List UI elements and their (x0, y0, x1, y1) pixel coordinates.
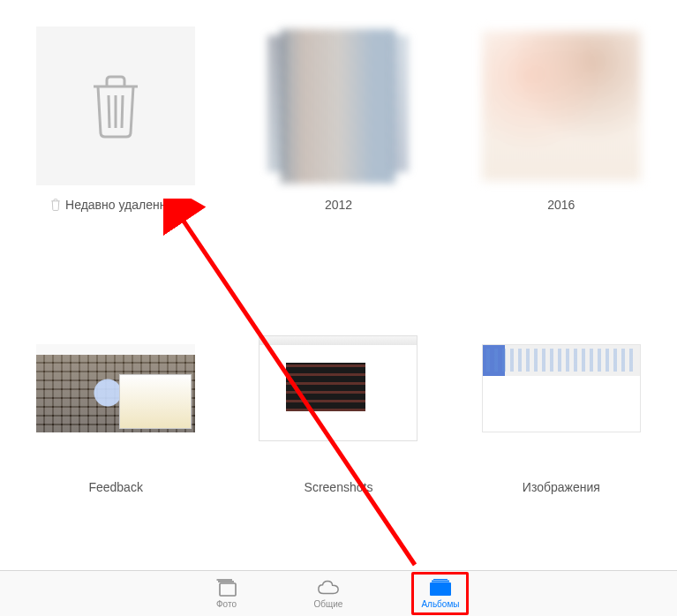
album-label: Screenshots (305, 480, 373, 494)
trash-icon (89, 73, 142, 139)
album-label-row: Недавно удаленные (49, 198, 182, 212)
tab-label: Общие (314, 599, 343, 609)
trash-icon-small (49, 199, 62, 211)
svg-rect-4 (430, 582, 451, 596)
album-2012[interactable]: 2012 (249, 26, 427, 260)
tab-label: Фото (216, 599, 237, 609)
album-thumb-2012 (259, 26, 417, 185)
albums-icon (429, 578, 452, 597)
album-thumb-feedback (36, 309, 195, 468)
svg-rect-6 (433, 579, 448, 580)
tab-shared[interactable]: Общие (307, 575, 350, 612)
album-label: Изображения (523, 480, 600, 494)
album-thumb-screenshots (259, 309, 417, 468)
album-images[interactable]: Изображения (472, 309, 651, 543)
album-2016[interactable]: 2016 (472, 26, 651, 260)
photos-stack-icon (215, 578, 238, 597)
svg-line-2 (122, 95, 123, 128)
album-label: 2012 (325, 198, 352, 212)
svg-rect-5 (432, 581, 449, 582)
svg-rect-3 (220, 583, 236, 596)
cloud-icon (317, 578, 340, 597)
album-recently-deleted[interactable]: Недавно удаленные (26, 26, 205, 260)
album-label: Feedback (88, 480, 142, 494)
album-screenshots[interactable]: Screenshots (249, 309, 427, 543)
svg-line-0 (109, 95, 109, 128)
album-thumb-trash (36, 26, 195, 185)
tab-label: Альбомы (421, 599, 459, 609)
tab-albums[interactable]: Альбомы (411, 572, 469, 615)
album-label: 2016 (547, 198, 575, 212)
albums-grid: Недавно удаленные 2012 2016 Feedback Scr… (0, 0, 677, 543)
album-thumb-2016 (482, 26, 641, 185)
album-thumb-images (482, 309, 641, 468)
album-label: Недавно удаленные (65, 198, 182, 212)
album-feedback[interactable]: Feedback (26, 309, 205, 543)
tab-bar: Фото Общие Альбомы (0, 570, 677, 616)
tab-photos[interactable]: Фото (208, 575, 245, 612)
